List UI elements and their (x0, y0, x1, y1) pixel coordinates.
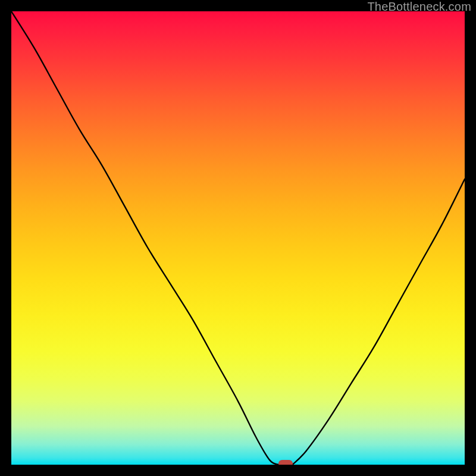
chart-frame: TheBottleneck.com (0, 0, 476, 476)
plot-area (11, 11, 465, 465)
optimal-marker (278, 460, 293, 465)
watermark-text: TheBottleneck.com (367, 0, 471, 14)
bottleneck-curve (11, 11, 465, 465)
